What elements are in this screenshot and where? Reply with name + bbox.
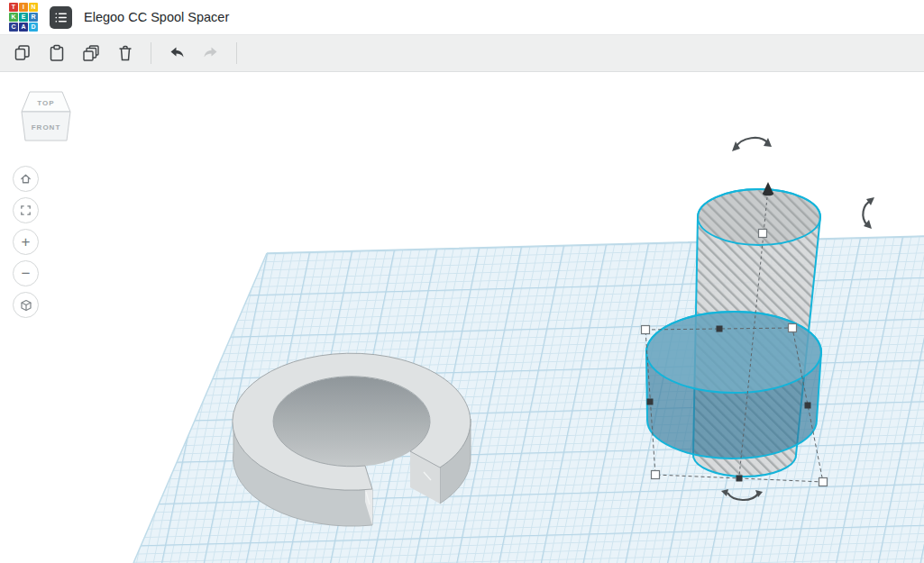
scale-handle-left[interactable] — [647, 399, 654, 405]
zoom-in-button[interactable]: + — [13, 229, 39, 255]
home-view-button[interactable] — [13, 166, 39, 192]
view-controls: + − — [13, 166, 39, 318]
redo-icon — [201, 43, 221, 63]
design-properties-button[interactable] — [50, 6, 72, 29]
zoom-in-label: + — [22, 234, 31, 250]
scale-handle-right[interactable] — [805, 403, 811, 409]
scale-handle-front-left[interactable] — [652, 471, 660, 479]
toolbar-divider — [236, 42, 237, 64]
scale-handle-back-left[interactable] — [642, 326, 650, 334]
undo-button[interactable] — [160, 39, 194, 68]
perspective-toggle-button[interactable] — [13, 292, 39, 318]
perspective-cube-icon — [19, 298, 33, 313]
object-solid-cylinder[interactable] — [646, 312, 821, 459]
rotate-handle-right[interactable] — [863, 201, 871, 225]
toolbar-divider — [151, 42, 151, 64]
delete-button[interactable] — [108, 39, 142, 68]
zoom-out-button[interactable]: − — [13, 260, 39, 286]
logo-tile: R — [29, 13, 38, 22]
view-cube-front-label[interactable]: FRONT — [32, 123, 61, 132]
design-title[interactable]: Elegoo CC Spool Spacer — [84, 10, 229, 24]
scale-handle-back-right[interactable] — [789, 324, 797, 332]
titlebar: TINKERCAD Elegoo CC Spool Spacer — [0, 0, 924, 35]
canvas-3d-viewport[interactable] — [0, 0, 924, 563]
duplicate-button[interactable] — [74, 39, 108, 68]
height-scale-handle[interactable] — [759, 230, 767, 238]
paste-button[interactable] — [40, 39, 74, 68]
logo-tile: K — [9, 13, 18, 22]
scale-handle-back[interactable] — [717, 326, 723, 332]
logo-tile: A — [19, 23, 28, 32]
logo-tile: E — [19, 13, 28, 22]
trash-icon — [115, 43, 135, 63]
scale-handle-front[interactable] — [736, 476, 743, 482]
undo-icon — [167, 43, 187, 63]
logo-tile: T — [9, 3, 18, 12]
object-spacer-ring[interactable] — [233, 353, 471, 526]
logo-tile: C — [9, 23, 18, 32]
design-properties-icon — [53, 10, 69, 25]
tinkercad-logo[interactable]: TINKERCAD — [9, 3, 38, 32]
redo-button — [194, 39, 228, 68]
edit-toolbar — [0, 35, 924, 72]
logo-tile: I — [19, 3, 28, 12]
fit-view-button[interactable] — [13, 197, 39, 223]
logo-tile: D — [29, 23, 38, 32]
scale-handle-front-right[interactable] — [819, 478, 828, 486]
fit-view-icon — [19, 204, 32, 217]
copy-button[interactable] — [5, 39, 40, 68]
duplicate-icon — [81, 43, 101, 63]
view-cube-top-label[interactable]: TOP — [37, 99, 54, 107]
rotate-handle-top[interactable] — [736, 138, 768, 148]
zoom-out-label: − — [22, 266, 31, 281]
logo-tile: N — [29, 3, 38, 12]
paste-icon — [47, 43, 67, 63]
copy-icon — [13, 43, 32, 63]
home-icon — [19, 172, 32, 186]
view-cube[interactable]: TOP FRONT — [13, 85, 79, 151]
